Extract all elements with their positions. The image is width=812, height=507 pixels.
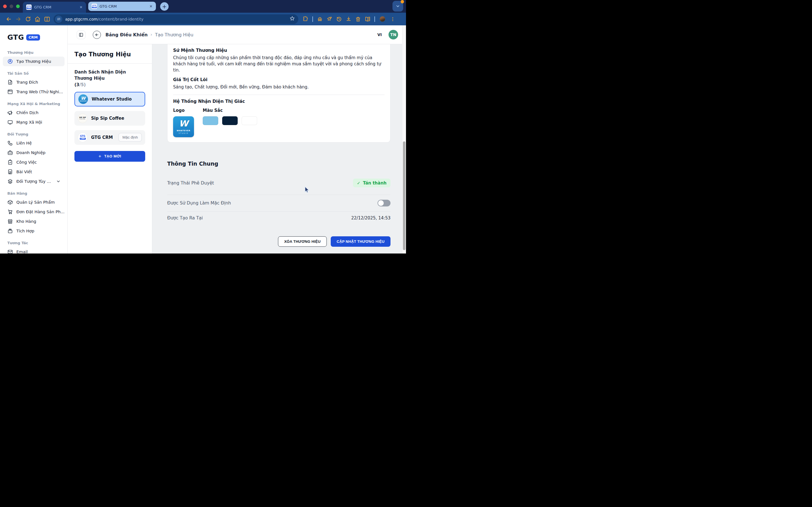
sidebar-item-trang-web[interactable]: Trang Web (Thử Nghi... xyxy=(3,87,64,97)
mission-title: Sứ Mệnh Thương Hiệu xyxy=(173,48,385,53)
site-settings-icon[interactable] xyxy=(55,15,62,23)
breadcrumb-dashboard[interactable]: Bảng Điều Khiển xyxy=(105,32,148,38)
gtg-crm-logo: GTG CRM xyxy=(78,133,87,142)
default-badge-button[interactable]: Mặc định xyxy=(118,133,142,142)
update-brand-button[interactable]: CẬP NHẬT THƯƠNG HIỆU xyxy=(331,236,391,247)
sidebar-item-trang-dich[interactable]: Trang Đích xyxy=(3,77,64,87)
brand-name: Whatever Studio xyxy=(92,97,141,102)
sidebar-item-cong-viec[interactable]: Công Việc xyxy=(3,158,64,167)
browser-tab-2-active[interactable]: GTG CRM GTG CRM ✕ xyxy=(88,2,156,11)
sidebar-item-tao-thuong-hieu[interactable]: Tạo Thương Hiệu xyxy=(3,57,64,66)
logo-column: Logo W WHATEVER STUDIO xyxy=(173,108,194,137)
phone-icon xyxy=(7,140,13,146)
right-column: Bảng Điều Khiển › Tạo Thương Hiệu VI TN … xyxy=(68,25,406,253)
toggle-knob xyxy=(378,200,384,206)
reading-list-book-icon[interactable] xyxy=(363,15,372,24)
brand-list-panel: Tạo Thương Hiệu Danh Sách Nhận Diện Thươ… xyxy=(68,44,152,253)
monitor-icon xyxy=(7,119,13,125)
scrollbar-track[interactable] xyxy=(402,25,406,253)
tab-close-icon[interactable]: ✕ xyxy=(149,4,153,8)
sidebar-section-doi-tuong: Đối Tượng xyxy=(0,130,67,138)
default-usage-row: Được Sử Dụng Làm Mặc Định xyxy=(167,195,391,212)
sidebar-item-doanh-nghiep[interactable]: Doanh Nghiệp xyxy=(3,148,64,158)
sparkle-star-icon[interactable] xyxy=(325,15,334,24)
user-avatar[interactable]: TN xyxy=(389,30,398,40)
breadcrumb-separator: › xyxy=(151,32,152,37)
panel-left-icon xyxy=(79,33,84,37)
archive-icon xyxy=(7,228,13,234)
briefcase-icon xyxy=(7,150,13,156)
mail-icon xyxy=(7,249,13,253)
sidebar-item-email[interactable]: Email xyxy=(3,247,64,253)
brand-card-gtg-crm[interactable]: GTG CRM GTG CRM Mặc định xyxy=(74,130,145,145)
brand-name: Sip Sip Coffee xyxy=(91,116,142,121)
sidebar-item-doi-tuong-tuy-chinh[interactable]: Đối Tượng Tùy Chỉnh xyxy=(3,177,64,186)
browser-profile-avatar[interactable] xyxy=(379,16,386,22)
browser-tab-1[interactable]: GTG CRM GTG CRM ✕ xyxy=(23,2,86,13)
sidebar-item-lien-he[interactable]: Liên Hệ xyxy=(3,138,64,148)
home-icon[interactable] xyxy=(33,14,42,24)
extensions-icon[interactable] xyxy=(301,15,310,24)
scrollbar-thumb[interactable] xyxy=(403,142,405,250)
content-row: Tạo Thương Hiệu Danh Sách Nhận Diện Thươ… xyxy=(68,44,406,253)
download-icon[interactable] xyxy=(344,15,353,24)
approval-status-label: Trạng Thái Phê Duyệt xyxy=(167,180,214,186)
delete-brand-button[interactable]: XÓA THƯƠNG HIỆU xyxy=(278,236,327,247)
close-window-button[interactable] xyxy=(3,4,7,8)
sip-sip-coffee-logo: SIP SIP COFFEE. xyxy=(78,114,87,123)
clipboard-check-icon xyxy=(7,159,13,165)
tab-strip: GTG CRM GTG CRM ✕ GTG CRM GTG CRM ✕ + xyxy=(0,0,406,13)
created-at-value: 22/12/2025, 14:53 xyxy=(351,216,391,221)
brand-card-whatever-studio[interactable]: W WHATEVER Whatever Studio xyxy=(74,92,145,107)
color-swatch-light-blue xyxy=(203,116,218,125)
reload-icon[interactable] xyxy=(23,14,33,24)
toolbar-separator xyxy=(312,16,313,22)
sidebar: GTG CRM Thương Hiệu Tạo Thương Hiệu Tài … xyxy=(0,25,68,253)
sidebar-item-bai-viet[interactable]: Bài Viết xyxy=(3,167,64,177)
visual-identity-title: Hệ Thống Nhận Diện Thị Giác xyxy=(173,99,385,104)
bookmark-star-icon[interactable] xyxy=(290,16,295,22)
browser-toolbar: app.gtgcrm.com/content/brand-identity xyxy=(0,13,406,25)
reading-list-panel-icon[interactable] xyxy=(42,14,52,24)
traffic-lights xyxy=(3,4,20,8)
trash-icon[interactable] xyxy=(354,15,363,24)
collapse-sidebar-button[interactable] xyxy=(77,31,86,39)
whatever-studio-logo: W WHATEVER xyxy=(79,94,88,104)
sidebar-item-don-dat-hang[interactable]: Đơn Đặt Hàng Sản Ph... xyxy=(3,207,64,217)
default-toggle[interactable] xyxy=(377,200,391,207)
card-divider xyxy=(173,95,385,95)
new-tab-button[interactable]: + xyxy=(160,2,168,11)
browser-window-icon xyxy=(7,89,13,95)
toolbar-right-cluster xyxy=(301,15,397,24)
box-icon xyxy=(7,200,13,205)
sidebar-section-ban-hang: Bán Hàng xyxy=(0,189,67,198)
megaphone-icon xyxy=(7,110,13,115)
colors-label: Màu Sắc xyxy=(203,108,257,113)
app-header: Bảng Điều Khiển › Tạo Thương Hiệu VI TN xyxy=(68,25,406,44)
general-info-title: Thông Tin Chung xyxy=(167,161,391,167)
brand-card-sip-sip-coffee[interactable]: SIP SIP COFFEE. Sip Sip Coffee xyxy=(74,111,145,126)
sidebar-item-chien-dich[interactable]: Chiến Dịch xyxy=(3,108,64,117)
forward-icon[interactable] xyxy=(13,14,23,24)
sidebar-item-quan-ly-san-pham[interactable]: Quản Lý Sản Phẩm xyxy=(3,198,64,207)
general-info-section: Thông Tin Chung Trạng Thái Phê Duyệt ✓ T… xyxy=(167,161,391,247)
language-switcher[interactable]: VI xyxy=(377,33,382,37)
incognito-icon[interactable] xyxy=(315,15,324,24)
sidebar-item-mang-xa-hoi[interactable]: Mạng Xã Hội xyxy=(3,117,64,127)
create-new-button[interactable]: + TẠO MỚI xyxy=(74,151,145,162)
back-icon[interactable] xyxy=(4,14,13,24)
history-icon[interactable] xyxy=(335,15,343,24)
address-bar[interactable]: app.gtgcrm.com/content/brand-identity xyxy=(54,14,298,24)
values-title: Giá Trị Cốt Lõi xyxy=(173,77,385,82)
chevron-down-icon xyxy=(396,4,400,8)
tab-close-icon[interactable]: ✕ xyxy=(80,5,83,9)
store-icon xyxy=(7,219,13,224)
sidebar-item-kho-hang[interactable]: Kho Hàng xyxy=(3,217,64,226)
browser-menu-icon[interactable] xyxy=(388,15,397,24)
zoom-window-button[interactable] xyxy=(16,4,20,8)
window-chevron-button[interactable] xyxy=(393,1,403,11)
sidebar-item-tich-hop[interactable]: Tích Hợp xyxy=(3,226,64,236)
back-circle-button[interactable] xyxy=(93,31,101,39)
minimize-window-button[interactable] xyxy=(10,4,13,8)
plus-icon: + xyxy=(98,154,101,159)
